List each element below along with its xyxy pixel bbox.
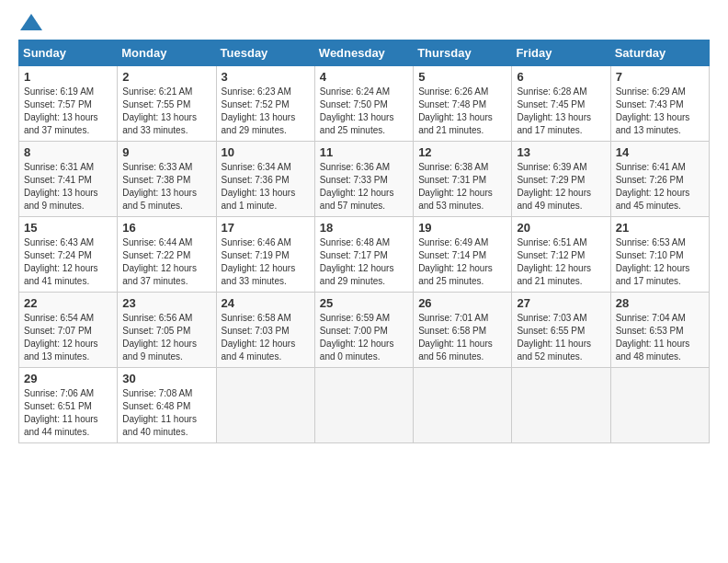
day-number: 23 bbox=[122, 296, 210, 310]
day-number: 11 bbox=[320, 145, 408, 159]
svg-marker-0 bbox=[20, 14, 42, 30]
day-info: Sunrise: 7:01 AMSunset: 6:58 PMDaylight:… bbox=[418, 312, 506, 363]
day-cell: 17 Sunrise: 6:46 AMSunset: 7:19 PMDaylig… bbox=[216, 217, 314, 293]
day-cell: 22 Sunrise: 6:54 AMSunset: 7:07 PMDaylig… bbox=[19, 293, 118, 368]
week-row-5: 29 Sunrise: 7:06 AMSunset: 6:51 PMDaylig… bbox=[19, 368, 710, 443]
day-cell bbox=[610, 368, 709, 443]
day-cell: 12 Sunrise: 6:38 AMSunset: 7:31 PMDaylig… bbox=[414, 142, 512, 217]
day-number: 28 bbox=[616, 296, 704, 310]
day-cell: 10 Sunrise: 6:34 AMSunset: 7:36 PMDaylig… bbox=[216, 142, 314, 217]
day-number: 26 bbox=[418, 296, 506, 310]
day-info: Sunrise: 6:44 AMSunset: 7:22 PMDaylight:… bbox=[122, 236, 210, 288]
day-info: Sunrise: 6:24 AMSunset: 7:50 PMDaylight:… bbox=[320, 86, 408, 137]
day-number: 19 bbox=[418, 221, 506, 235]
day-number: 24 bbox=[222, 296, 310, 310]
day-cell: 23 Sunrise: 6:56 AMSunset: 7:05 PMDaylig… bbox=[118, 293, 216, 368]
day-cell: 14 Sunrise: 6:41 AMSunset: 7:26 PMDaylig… bbox=[610, 142, 709, 217]
day-info: Sunrise: 6:49 AMSunset: 7:14 PMDaylight:… bbox=[418, 236, 506, 288]
week-row-2: 8 Sunrise: 6:31 AMSunset: 7:41 PMDayligh… bbox=[19, 142, 710, 217]
day-cell: 26 Sunrise: 7:01 AMSunset: 6:58 PMDaylig… bbox=[414, 293, 512, 368]
day-number: 18 bbox=[320, 221, 408, 235]
day-cell: 19 Sunrise: 6:49 AMSunset: 7:14 PMDaylig… bbox=[414, 217, 512, 293]
day-cell: 29 Sunrise: 7:06 AMSunset: 6:51 PMDaylig… bbox=[19, 368, 118, 443]
day-cell bbox=[314, 368, 413, 443]
days-header-row: SundayMondayTuesdayWednesdayThursdayFrid… bbox=[19, 40, 710, 66]
day-cell: 6 Sunrise: 6:28 AMSunset: 7:45 PMDayligh… bbox=[512, 66, 610, 142]
col-header-friday: Friday bbox=[512, 40, 610, 66]
day-info: Sunrise: 6:39 AMSunset: 7:29 PMDaylight:… bbox=[517, 161, 605, 213]
page-container: SundayMondayTuesdayWednesdayThursdayFrid… bbox=[0, 0, 728, 457]
day-number: 22 bbox=[24, 296, 112, 310]
week-row-4: 22 Sunrise: 6:54 AMSunset: 7:07 PMDaylig… bbox=[19, 293, 710, 368]
day-number: 6 bbox=[517, 70, 605, 84]
day-info: Sunrise: 6:53 AMSunset: 7:10 PMDaylight:… bbox=[616, 236, 704, 288]
day-info: Sunrise: 6:29 AMSunset: 7:43 PMDaylight:… bbox=[616, 86, 704, 137]
day-number: 5 bbox=[418, 70, 506, 84]
day-info: Sunrise: 7:04 AMSunset: 6:53 PMDaylight:… bbox=[616, 312, 704, 363]
day-number: 10 bbox=[222, 145, 310, 159]
day-number: 17 bbox=[222, 221, 310, 235]
day-cell bbox=[414, 368, 512, 443]
day-cell bbox=[216, 368, 314, 443]
day-info: Sunrise: 6:58 AMSunset: 7:03 PMDaylight:… bbox=[222, 312, 310, 363]
week-row-3: 15 Sunrise: 6:43 AMSunset: 7:24 PMDaylig… bbox=[19, 217, 710, 293]
day-cell: 9 Sunrise: 6:33 AMSunset: 7:38 PMDayligh… bbox=[118, 142, 216, 217]
day-cell: 2 Sunrise: 6:21 AMSunset: 7:55 PMDayligh… bbox=[118, 66, 216, 142]
day-cell: 16 Sunrise: 6:44 AMSunset: 7:22 PMDaylig… bbox=[118, 217, 216, 293]
day-number: 20 bbox=[517, 221, 605, 235]
day-number: 8 bbox=[24, 145, 112, 159]
day-info: Sunrise: 6:33 AMSunset: 7:38 PMDaylight:… bbox=[122, 161, 210, 213]
day-info: Sunrise: 6:23 AMSunset: 7:52 PMDaylight:… bbox=[222, 86, 310, 137]
day-cell bbox=[512, 368, 610, 443]
day-number: 1 bbox=[24, 70, 112, 84]
day-number: 7 bbox=[616, 70, 704, 84]
day-number: 9 bbox=[122, 145, 210, 159]
day-cell: 11 Sunrise: 6:36 AMSunset: 7:33 PMDaylig… bbox=[314, 142, 413, 217]
day-number: 14 bbox=[616, 145, 704, 159]
day-cell: 1 Sunrise: 6:19 AMSunset: 7:57 PMDayligh… bbox=[19, 66, 118, 142]
day-info: Sunrise: 6:43 AMSunset: 7:24 PMDaylight:… bbox=[24, 236, 112, 288]
col-header-wednesday: Wednesday bbox=[314, 40, 413, 66]
day-info: Sunrise: 6:54 AMSunset: 7:07 PMDaylight:… bbox=[24, 312, 112, 363]
logo-icon bbox=[20, 14, 42, 30]
day-cell: 5 Sunrise: 6:26 AMSunset: 7:48 PMDayligh… bbox=[414, 66, 512, 142]
day-cell: 15 Sunrise: 6:43 AMSunset: 7:24 PMDaylig… bbox=[19, 217, 118, 293]
day-number: 27 bbox=[517, 296, 605, 310]
col-header-sunday: Sunday bbox=[19, 40, 118, 66]
day-cell: 21 Sunrise: 6:53 AMSunset: 7:10 PMDaylig… bbox=[610, 217, 709, 293]
day-number: 3 bbox=[222, 70, 310, 84]
calendar-table: SundayMondayTuesdayWednesdayThursdayFrid… bbox=[18, 40, 710, 443]
col-header-saturday: Saturday bbox=[610, 40, 709, 66]
day-number: 21 bbox=[616, 221, 704, 235]
day-info: Sunrise: 6:46 AMSunset: 7:19 PMDaylight:… bbox=[222, 236, 310, 288]
day-cell: 24 Sunrise: 6:58 AMSunset: 7:03 PMDaylig… bbox=[216, 293, 314, 368]
day-cell: 3 Sunrise: 6:23 AMSunset: 7:52 PMDayligh… bbox=[216, 66, 314, 142]
day-cell: 8 Sunrise: 6:31 AMSunset: 7:41 PMDayligh… bbox=[19, 142, 118, 217]
day-number: 4 bbox=[320, 70, 408, 84]
day-info: Sunrise: 7:06 AMSunset: 6:51 PMDaylight:… bbox=[24, 387, 112, 439]
day-cell: 13 Sunrise: 6:39 AMSunset: 7:29 PMDaylig… bbox=[512, 142, 610, 217]
day-info: Sunrise: 6:41 AMSunset: 7:26 PMDaylight:… bbox=[616, 161, 704, 213]
day-info: Sunrise: 6:34 AMSunset: 7:36 PMDaylight:… bbox=[222, 161, 310, 213]
day-info: Sunrise: 7:03 AMSunset: 6:55 PMDaylight:… bbox=[517, 312, 605, 363]
week-row-1: 1 Sunrise: 6:19 AMSunset: 7:57 PMDayligh… bbox=[19, 66, 710, 142]
day-cell: 7 Sunrise: 6:29 AMSunset: 7:43 PMDayligh… bbox=[610, 66, 709, 142]
col-header-monday: Monday bbox=[118, 40, 216, 66]
day-number: 12 bbox=[418, 145, 506, 159]
day-cell: 20 Sunrise: 6:51 AMSunset: 7:12 PMDaylig… bbox=[512, 217, 610, 293]
col-header-thursday: Thursday bbox=[414, 40, 512, 66]
day-number: 16 bbox=[122, 221, 210, 235]
day-cell: 28 Sunrise: 7:04 AMSunset: 6:53 PMDaylig… bbox=[610, 293, 709, 368]
day-number: 29 bbox=[24, 372, 112, 385]
day-info: Sunrise: 6:48 AMSunset: 7:17 PMDaylight:… bbox=[320, 236, 408, 288]
day-cell: 25 Sunrise: 6:59 AMSunset: 7:00 PMDaylig… bbox=[314, 293, 413, 368]
day-info: Sunrise: 6:21 AMSunset: 7:55 PMDaylight:… bbox=[122, 86, 210, 137]
day-cell: 4 Sunrise: 6:24 AMSunset: 7:50 PMDayligh… bbox=[314, 66, 413, 142]
day-number: 13 bbox=[517, 145, 605, 159]
day-info: Sunrise: 6:28 AMSunset: 7:45 PMDaylight:… bbox=[517, 86, 605, 137]
col-header-tuesday: Tuesday bbox=[216, 40, 314, 66]
day-cell: 27 Sunrise: 7:03 AMSunset: 6:55 PMDaylig… bbox=[512, 293, 610, 368]
day-cell: 30 Sunrise: 7:08 AMSunset: 6:48 PMDaylig… bbox=[118, 368, 216, 443]
logo bbox=[18, 14, 42, 30]
day-info: Sunrise: 6:59 AMSunset: 7:00 PMDaylight:… bbox=[320, 312, 408, 363]
